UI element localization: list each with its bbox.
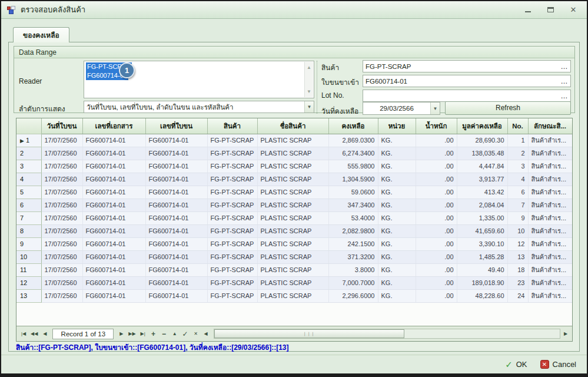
cell-doc_no[interactable]: FG600714-01 <box>82 289 145 302</box>
row-indicator[interactable]: 8 <box>16 224 41 237</box>
cell-type[interactable]: สินค้าสำเร... <box>528 147 572 160</box>
table-row[interactable]: ▶117/07/2560FG600714-01FG600714-01FG-PT-… <box>16 134 572 147</box>
cell-date[interactable]: 17/07/2560 <box>41 211 82 224</box>
row-indicator-header[interactable] <box>16 118 41 134</box>
cell-type[interactable]: สินค้าสำเร... <box>528 173 572 186</box>
cell-value[interactable]: 189,018.90 <box>457 276 507 289</box>
row-indicator[interactable]: ▶1 <box>16 134 41 147</box>
table-row[interactable]: 1317/07/2560FG600714-01FG600714-01FG-PT-… <box>16 289 572 302</box>
table-row[interactable]: 617/07/2560FG600714-01FG600714-01FG-PT-S… <box>16 199 572 211</box>
cell-unit[interactable]: KG. <box>378 263 416 276</box>
cell-weight[interactable]: .00 <box>416 237 457 250</box>
tab-balance-stock[interactable]: ของคงเหลือ <box>13 27 69 42</box>
cell-entry_no[interactable]: FG600714-01 <box>145 160 207 173</box>
cell-product[interactable]: FG-PT-SCRAP <box>207 134 257 147</box>
cell-product[interactable]: FG-PT-SCRAP <box>207 147 257 160</box>
minimize-button[interactable] <box>524 6 533 14</box>
hscroll-thumb[interactable]: ❘❘❘ <box>214 329 404 338</box>
cell-value[interactable]: 3,913.77 <box>457 173 507 186</box>
column-header[interactable]: No. <box>507 118 528 134</box>
cell-unit[interactable]: KG. <box>378 160 416 173</box>
cell-balance[interactable]: 2,082.9800 <box>328 224 378 237</box>
column-header[interactable]: ลักษณะสิ... <box>528 118 572 134</box>
cell-no[interactable]: 23 <box>507 276 528 289</box>
cell-balance[interactable]: 555.9800 <box>328 160 378 173</box>
cell-unit[interactable]: KG. <box>378 186 416 199</box>
cell-weight[interactable]: .00 <box>416 289 457 302</box>
cell-balance[interactable]: 53.4000 <box>328 211 378 224</box>
cell-no[interactable]: 24 <box>507 289 528 302</box>
column-header[interactable]: เลขที่เอกสาร <box>82 118 145 134</box>
cell-type[interactable]: สินค้าสำเร... <box>528 276 572 289</box>
cell-unit[interactable]: KG. <box>378 147 416 160</box>
nav-first-icon[interactable]: |◀ <box>19 329 28 339</box>
cell-value[interactable]: 4,447.84 <box>457 160 507 173</box>
cell-doc_no[interactable]: FG600714-01 <box>82 250 145 263</box>
cell-balance[interactable]: 1,304.5900 <box>328 173 378 186</box>
row-indicator[interactable]: 9 <box>16 237 41 250</box>
row-indicator[interactable]: 4 <box>16 173 41 186</box>
cell-unit[interactable]: KG. <box>378 134 416 147</box>
cell-product[interactable]: FG-PT-SCRAP <box>207 250 257 263</box>
column-header[interactable]: วันที่ใบขน <box>41 118 82 134</box>
cell-product_name[interactable]: PLASTIC SCRAP <box>257 263 328 276</box>
cell-product_name[interactable]: PLASTIC SCRAP <box>257 186 328 199</box>
cell-weight[interactable]: .00 <box>416 186 457 199</box>
cell-product_name[interactable]: PLASTIC SCRAP <box>257 250 328 263</box>
chevron-down-icon[interactable]: ▼ <box>430 102 440 114</box>
cell-weight[interactable]: .00 <box>416 276 457 289</box>
cell-type[interactable]: สินค้าสำเร... <box>528 263 572 276</box>
nav-endedit-icon[interactable]: ✓ <box>181 329 190 339</box>
nav-delete-icon[interactable]: − <box>160 329 169 339</box>
cell-product[interactable]: FG-PT-SCRAP <box>207 199 257 211</box>
cell-entry_no[interactable]: FG600714-01 <box>145 263 207 276</box>
cell-no[interactable]: 4 <box>507 173 528 186</box>
cell-unit[interactable]: KG. <box>378 289 416 302</box>
row-indicator[interactable]: 13 <box>16 289 41 302</box>
import-entry-field[interactable]: FG600714-01 … <box>363 75 571 87</box>
row-indicator[interactable]: 6 <box>16 199 41 211</box>
cell-weight[interactable]: .00 <box>416 224 457 237</box>
cell-value[interactable]: 413.42 <box>457 186 507 199</box>
row-indicator[interactable]: 2 <box>16 147 41 160</box>
cell-date[interactable]: 17/07/2560 <box>41 250 82 263</box>
cell-no[interactable]: 9 <box>507 211 528 224</box>
cell-type[interactable]: สินค้าสำเร... <box>528 134 572 147</box>
cell-type[interactable]: สินค้าสำเร... <box>528 211 572 224</box>
chevron-down-icon[interactable]: ▼ <box>304 101 314 113</box>
cell-product_name[interactable]: PLASTIC SCRAP <box>257 289 328 302</box>
cell-unit[interactable]: KG. <box>378 276 416 289</box>
nav-next-page-icon[interactable]: ▶▶ <box>127 329 137 339</box>
table-row[interactable]: 1017/07/2560FG600714-01FG600714-01FG-PT-… <box>16 250 572 263</box>
cell-product[interactable]: FG-PT-SCRAP <box>207 276 257 289</box>
cell-entry_no[interactable]: FG600714-01 <box>145 173 207 186</box>
cell-entry_no[interactable]: FG600714-01 <box>145 224 207 237</box>
cell-product_name[interactable]: PLASTIC SCRAP <box>257 199 328 211</box>
cell-doc_no[interactable]: FG600714-01 <box>82 147 145 160</box>
cell-value[interactable]: 3,390.10 <box>457 237 507 250</box>
cell-type[interactable]: สินค้าสำเร... <box>528 160 572 173</box>
cell-date[interactable]: 17/07/2560 <box>41 173 82 186</box>
ok-button[interactable]: ✓ OK <box>505 359 527 370</box>
column-header[interactable]: น้ำหนัก <box>416 118 457 134</box>
column-header[interactable]: ชื่อสินค้า <box>257 118 328 134</box>
cell-unit[interactable]: KG. <box>378 224 416 237</box>
cell-product[interactable]: FG-PT-SCRAP <box>207 237 257 250</box>
cell-weight[interactable]: .00 <box>416 250 457 263</box>
balance-date-picker[interactable]: 29/03/2566 ▼ <box>363 102 440 115</box>
row-indicator[interactable]: 5 <box>16 186 41 199</box>
cell-date[interactable]: 17/07/2560 <box>41 289 82 302</box>
sort-order-combobox[interactable]: วันที่ใบขน, เลขที่ใบขน, ลำดับในขน และรหั… <box>84 101 314 113</box>
cell-balance[interactable]: 371.3200 <box>328 250 378 263</box>
cell-date[interactable]: 17/07/2560 <box>41 199 82 211</box>
cancel-button[interactable]: ✕ Cancel <box>540 360 576 369</box>
cell-product[interactable]: FG-PT-SCRAP <box>207 289 257 302</box>
cell-weight[interactable]: .00 <box>416 173 457 186</box>
table-row[interactable]: 417/07/2560FG600714-01FG600714-01FG-PT-S… <box>16 173 572 186</box>
cell-value[interactable]: 1,485.28 <box>457 250 507 263</box>
cell-product_name[interactable]: PLASTIC SCRAP <box>257 147 328 160</box>
cell-doc_no[interactable]: FG600714-01 <box>82 173 145 186</box>
cell-value[interactable]: 2,084.04 <box>457 199 507 211</box>
cell-entry_no[interactable]: FG600714-01 <box>145 199 207 211</box>
cell-no[interactable]: 1 <box>507 134 528 147</box>
